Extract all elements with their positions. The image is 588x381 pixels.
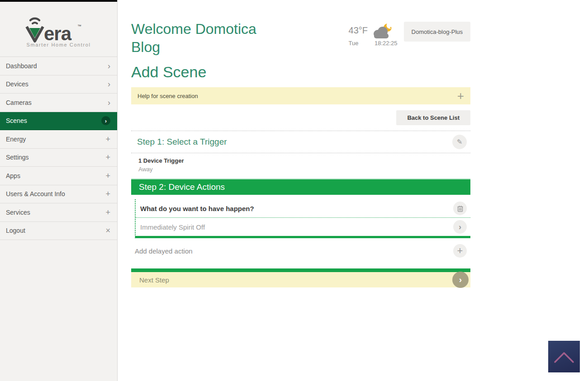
temperature-value: 43°F	[349, 25, 368, 36]
step2-header-bar: Step 2: Device Actions	[131, 179, 470, 195]
svg-text:™: ™	[77, 24, 81, 28]
main-area: Welcome Domotica Blog 43°F	[118, 0, 588, 381]
chevron-right-icon: ›	[108, 80, 110, 88]
pencil-icon: ✎	[457, 138, 463, 146]
chevron-right-icon: ›	[108, 62, 110, 70]
sidebar-item-label: Scenes	[6, 117, 27, 124]
help-bar-label: Help for scene creation	[138, 93, 198, 99]
sidebar-item-label: Energy	[6, 136, 26, 143]
device-actions-group: What do you want to have happen? Immedia…	[135, 199, 470, 238]
sidebar-item-label: Dashboard	[6, 62, 37, 70]
open-action-button[interactable]: ›	[453, 220, 467, 234]
content-column: Welcome Domotica Blog 43°F	[131, 20, 470, 287]
chevron-right-icon: ›	[105, 118, 107, 124]
weekday-label: Tue	[349, 40, 359, 47]
chevron-up-icon	[551, 348, 577, 365]
chevron-right-circle-icon: ›	[101, 116, 110, 125]
sidebar-item-services[interactable]: Services +	[0, 203, 117, 222]
back-row: Back to Scene List	[131, 104, 470, 131]
add-delayed-action-row[interactable]: Add delayed action +	[131, 238, 470, 263]
sidebar: era ™ Smarter Home Control Dashboard › D…	[0, 0, 118, 381]
page-title: Add Scene	[131, 63, 470, 81]
help-for-scene-creation-bar[interactable]: Help for scene creation +	[131, 87, 470, 104]
actions-question-row: What do you want to have happen?	[136, 199, 470, 218]
trigger-name: Away	[138, 166, 470, 173]
sidebar-item-label: Logout	[6, 227, 25, 234]
sidebar-menu: Dashboard › Devices › Cameras › Scenes ›…	[0, 56, 117, 240]
controller-select-button[interactable]: Domotica-blog-Plus	[404, 22, 470, 42]
sidebar-item-label: Users & Account Info	[6, 190, 65, 198]
add-delayed-action-button[interactable]: +	[453, 244, 467, 258]
sidebar-item-label: Devices	[6, 80, 28, 88]
vera-logo-icon: era ™	[25, 14, 93, 43]
immediate-action-label: Immediately Spirit Off	[140, 223, 205, 231]
sidebar-item-cameras[interactable]: Cameras ›	[0, 94, 117, 112]
sidebar-item-settings[interactable]: Settings +	[0, 149, 117, 167]
scroll-to-top-button[interactable]	[548, 341, 580, 372]
trigger-count: 1 Device Trigger	[138, 157, 470, 164]
svg-text:era: era	[44, 23, 72, 43]
plus-icon: +	[105, 153, 110, 161]
weather-widget: 43°F Tue 18:22:25	[349, 22, 398, 56]
page-header: Welcome Domotica Blog 43°F	[131, 20, 470, 56]
sidebar-item-scenes[interactable]: Scenes ›	[0, 112, 117, 131]
sidebar-item-users-account-info[interactable]: Users & Account Info +	[0, 185, 117, 204]
next-step-label: Next Step	[139, 276, 169, 284]
sidebar-item-devices[interactable]: Devices ›	[0, 75, 117, 94]
trash-icon	[457, 205, 463, 212]
close-icon: ×	[105, 226, 110, 235]
plus-icon: +	[105, 135, 110, 143]
header-right: 43°F Tue 18:22:25	[349, 22, 470, 56]
vera-logo: era ™ Smarter Home Control	[0, 2, 117, 56]
edit-trigger-button[interactable]: ✎	[452, 135, 467, 149]
delete-action-button[interactable]	[453, 202, 467, 215]
immediate-action-row[interactable]: Immediately Spirit Off ›	[136, 218, 470, 236]
sidebar-item-logout[interactable]: Logout ×	[0, 222, 117, 240]
clock-time: 18:22:25	[375, 40, 398, 47]
chevron-right-icon: ›	[459, 275, 462, 285]
back-to-scene-list-button[interactable]: Back to Scene List	[396, 110, 470, 125]
next-step-bar[interactable]: Next Step ›	[131, 268, 470, 287]
logo-tagline: Smarter Home Control	[26, 42, 90, 47]
sidebar-item-label: Services	[6, 209, 30, 216]
welcome-heading: Welcome Domotica Blog	[131, 20, 285, 56]
chevron-right-icon: ›	[108, 99, 110, 107]
plus-icon: +	[457, 90, 464, 102]
chevron-right-icon: ›	[459, 222, 461, 232]
sidebar-item-energy[interactable]: Energy +	[0, 130, 117, 149]
plus-icon: +	[105, 172, 110, 180]
add-delayed-action-label: Add delayed action	[135, 247, 193, 255]
night-cloudy-weather-icon	[371, 22, 393, 40]
step1-header: Step 1: Select a Trigger ✎	[131, 131, 470, 153]
step2-title: Step 2: Device Actions	[139, 182, 225, 192]
sidebar-item-apps[interactable]: Apps +	[0, 167, 117, 185]
actions-question: What do you want to have happen?	[140, 205, 254, 212]
sidebar-item-dashboard[interactable]: Dashboard ›	[0, 57, 117, 75]
sidebar-item-label: Cameras	[6, 99, 32, 106]
next-step-button[interactable]: ›	[452, 272, 469, 288]
trigger-summary-block: 1 Device Trigger Away	[131, 153, 470, 179]
plus-icon: +	[105, 208, 110, 216]
sidebar-item-label: Apps	[6, 172, 20, 179]
plus-icon: +	[105, 190, 110, 198]
step1-title: Step 1: Select a Trigger	[137, 137, 227, 147]
sidebar-item-label: Settings	[6, 154, 29, 161]
plus-icon: +	[457, 245, 463, 257]
